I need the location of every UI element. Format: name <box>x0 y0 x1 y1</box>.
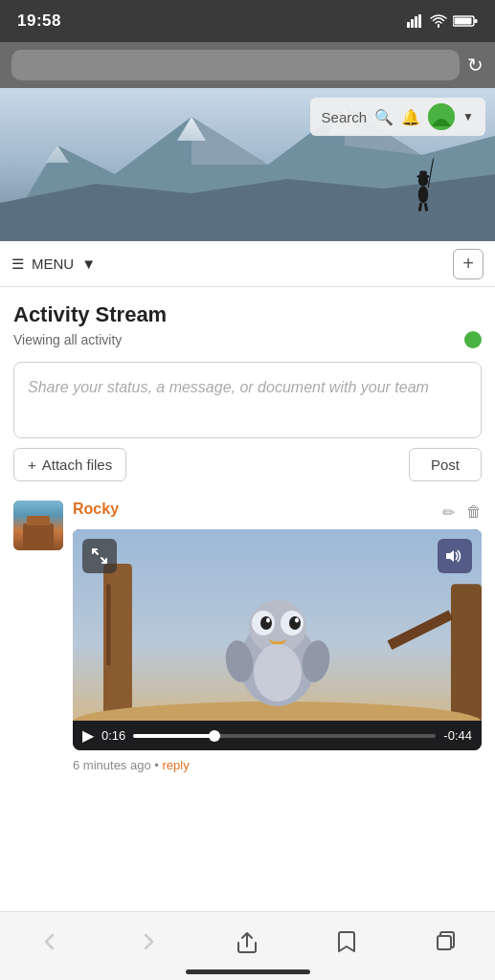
avatar-landscape <box>13 501 63 550</box>
svg-rect-26 <box>106 584 110 665</box>
status-dot <box>464 331 482 348</box>
edit-icon[interactable]: ✏ <box>442 503 455 522</box>
svg-line-21 <box>419 203 421 211</box>
home-indicator <box>186 969 310 974</box>
wifi-icon <box>430 14 447 28</box>
battery-icon <box>453 14 478 28</box>
post-button[interactable]: Post <box>409 448 482 481</box>
post-content: Rocky ✏ 🗑 <box>73 501 482 772</box>
progress-thumb <box>209 730 220 742</box>
play-button[interactable]: ▶ <box>82 726 94 745</box>
add-button[interactable]: + <box>453 249 484 279</box>
time-current: 0:16 <box>101 728 125 743</box>
page-title: Activity Stream <box>13 302 482 327</box>
post-meta: 6 minutes ago • reply <box>73 758 482 772</box>
trash-icon[interactable]: 🗑 <box>466 503 482 522</box>
poster-name: Rocky <box>73 501 119 518</box>
svg-point-38 <box>254 644 302 702</box>
forward-button[interactable] <box>127 921 169 963</box>
subtitle-text: Viewing all activity <box>13 332 122 347</box>
post-time: 6 minutes ago <box>73 758 151 772</box>
video-controls: ▶ 0:16 -0:44 <box>73 721 482 750</box>
svg-rect-3 <box>418 14 421 28</box>
tabs-button[interactable] <box>424 921 466 963</box>
post-input[interactable]: Share your status, a message, or documen… <box>13 362 482 438</box>
signal-icon <box>407 14 424 28</box>
bell-icon[interactable]: 🔔 <box>401 108 420 126</box>
status-time: 19:58 <box>17 11 61 31</box>
video-thumbnail <box>73 529 482 721</box>
svg-rect-27 <box>451 584 482 721</box>
bookmarks-button[interactable] <box>326 921 368 963</box>
back-button[interactable] <box>29 921 71 963</box>
post-placeholder: Share your status, a message, or documen… <box>28 379 429 395</box>
svg-point-35 <box>289 616 301 630</box>
share-button[interactable] <box>226 921 268 963</box>
svg-rect-0 <box>407 22 410 28</box>
expand-button[interactable] <box>82 539 117 573</box>
attach-files-button[interactable]: + Attach files <box>13 448 126 481</box>
dropdown-arrow-icon[interactable]: ▼ <box>462 110 474 123</box>
reply-link[interactable]: reply <box>162 758 189 772</box>
progress-fill <box>133 734 214 738</box>
svg-line-22 <box>425 203 427 211</box>
search-label: Search <box>322 109 368 125</box>
status-icons <box>407 14 478 28</box>
time-remaining: -0:44 <box>443 728 472 743</box>
url-bar[interactable] <box>11 50 460 80</box>
svg-rect-5 <box>455 18 472 25</box>
refresh-button[interactable]: ↻ <box>467 54 484 77</box>
attach-label: Attach files <box>42 457 112 473</box>
bird-character <box>225 587 330 711</box>
svg-point-15 <box>418 186 429 203</box>
header-image: Search 🔍 🔔 ▼ <box>0 88 495 241</box>
svg-rect-1 <box>411 19 414 28</box>
menu-label: MENU <box>32 256 74 272</box>
svg-rect-2 <box>415 16 417 28</box>
video-player[interactable]: ▶ 0:16 -0:44 <box>73 529 482 750</box>
menu-dropdown-icon: ▼ <box>81 256 96 272</box>
meta-separator: • <box>154 758 159 772</box>
activity-item: Rocky ✏ 🗑 <box>13 501 482 772</box>
svg-point-34 <box>260 616 272 630</box>
avatar-icon[interactable] <box>428 103 455 130</box>
attach-icon: + <box>28 457 36 473</box>
svg-point-37 <box>295 618 299 623</box>
search-icon[interactable]: 🔍 <box>374 108 394 126</box>
status-bar: 19:58 <box>0 0 495 42</box>
volume-button[interactable] <box>438 539 472 573</box>
action-row: + Attach files Post <box>13 448 482 481</box>
avatar <box>13 501 63 550</box>
browser-bar: ↻ <box>0 42 495 88</box>
svg-rect-6 <box>475 19 478 23</box>
hamburger-icon: ☰ <box>11 256 24 273</box>
subtitle-row: Viewing all activity <box>13 331 482 348</box>
menu-button[interactable]: ☰ MENU ▼ <box>11 256 96 273</box>
progress-bar[interactable] <box>133 734 436 738</box>
svg-rect-41 <box>438 936 451 949</box>
svg-point-36 <box>266 618 270 623</box>
post-action-buttons: ✏ 🗑 <box>442 503 482 522</box>
svg-rect-18 <box>419 171 427 179</box>
svg-line-20 <box>434 157 435 159</box>
main-content: Activity Stream Viewing all activity Sha… <box>0 287 495 803</box>
menu-bar: ☰ MENU ▼ + <box>0 241 495 287</box>
top-nav-overlay: Search 🔍 🔔 ▼ <box>310 98 485 136</box>
svg-line-19 <box>428 159 433 188</box>
mesa-decoration <box>23 523 54 550</box>
fisherman-svg <box>409 155 438 212</box>
